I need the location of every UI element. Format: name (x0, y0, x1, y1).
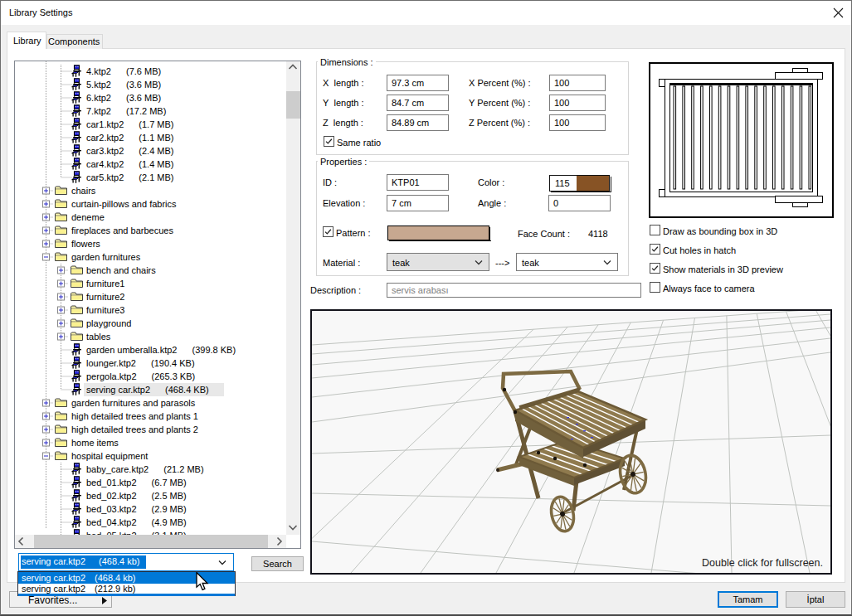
svg-text:fireplaces and barbecues: fireplaces and barbecues (71, 226, 173, 235)
svg-text:furniture2: furniture2 (86, 292, 124, 302)
svg-text:playground: playground (86, 318, 131, 328)
svg-text:high detailed trees and plants: high detailed trees and plants 2 (71, 424, 198, 434)
svg-text:5.ktp2: 5.ktp2 (86, 80, 111, 90)
svg-text:(1.1 MB): (1.1 MB) (139, 133, 173, 143)
svg-text:serving car.ktp2: serving car.ktp2 (86, 385, 150, 395)
svg-text:garden umberalla.ktp2: garden umberalla.ktp2 (86, 345, 177, 355)
svg-text:furniture1: furniture1 (86, 279, 124, 289)
svg-text:(4.9 MB): (4.9 MB) (152, 517, 187, 527)
svg-text:deneme: deneme (71, 212, 105, 222)
svg-text:(2.9 MB): (2.9 MB) (152, 504, 187, 514)
svg-text:(2.5 MB): (2.5 MB) (152, 491, 187, 501)
svg-text:(6.7 MB): (6.7 MB) (152, 478, 187, 487)
svg-text:(1.4 MB): (1.4 MB) (139, 159, 173, 169)
svg-text:(265.3 KB): (265.3 KB) (152, 371, 196, 381)
svg-text:4.ktp2: 4.ktp2 (86, 66, 111, 76)
svg-text:car5.ktp2: car5.ktp2 (86, 172, 124, 182)
svg-text:baby_care.ktp2: baby_care.ktp2 (86, 464, 148, 474)
svg-text:(190.4 KB): (190.4 KB) (151, 358, 195, 368)
svg-text:6.ktp2: 6.ktp2 (86, 93, 111, 103)
svg-text:(2.4 MB): (2.4 MB) (139, 146, 173, 156)
svg-text:curtain-pillows and fabrics: curtain-pillows and fabrics (71, 199, 177, 209)
svg-text:hospital equipment: hospital equipment (71, 451, 148, 461)
svg-text:high detailed trees and plants: high detailed trees and plants 1 (71, 411, 198, 421)
svg-text:(468.4 KB): (468.4 KB) (165, 385, 209, 395)
svg-text:bed_02.ktp2: bed_02.ktp2 (86, 491, 137, 501)
svg-text:7.ktp2: 7.ktp2 (86, 106, 111, 116)
svg-text:(3.6 MB): (3.6 MB) (126, 80, 161, 90)
svg-text:chairs: chairs (71, 186, 96, 196)
svg-text:car4.ktp2: car4.ktp2 (86, 159, 124, 169)
svg-text:flowers: flowers (71, 239, 100, 249)
svg-text:(3.6 MB): (3.6 MB) (126, 93, 161, 103)
svg-text:home items: home items (71, 438, 119, 448)
svg-text:pergola.ktp2: pergola.ktp2 (86, 371, 137, 381)
svg-text:garden furnitures: garden furnitures (71, 252, 141, 262)
svg-text:car3.ktp2: car3.ktp2 (86, 146, 124, 156)
svg-text:bed_03.ktp2: bed_03.ktp2 (86, 504, 137, 514)
svg-text:(21.2 MB): (21.2 MB) (163, 464, 203, 474)
svg-text:(1.7 MB): (1.7 MB) (139, 119, 173, 129)
svg-text:(7.6 MB): (7.6 MB) (126, 66, 161, 76)
svg-text:(2.1 MB): (2.1 MB) (139, 172, 173, 182)
svg-text:lounger.ktp2: lounger.ktp2 (86, 358, 136, 368)
svg-text:furniture3: furniture3 (86, 305, 124, 315)
svg-text:bed_01.ktp2: bed_01.ktp2 (86, 478, 137, 487)
svg-text:bed_04.ktp2: bed_04.ktp2 (86, 517, 137, 527)
svg-text:garden furnitures and parasols: garden furnitures and parasols (71, 398, 196, 408)
svg-text:bench and chairs: bench and chairs (86, 265, 156, 275)
svg-text:car2.ktp2: car2.ktp2 (86, 133, 124, 143)
svg-text:Double click for fullscreen.: Double click for fullscreen. (702, 557, 823, 569)
svg-text:(399.8 KB): (399.8 KB) (192, 345, 236, 355)
svg-text:(17.2 MB): (17.2 MB) (126, 106, 166, 116)
svg-text:car1.ktp2: car1.ktp2 (86, 119, 124, 129)
svg-text:tables: tables (86, 332, 111, 342)
